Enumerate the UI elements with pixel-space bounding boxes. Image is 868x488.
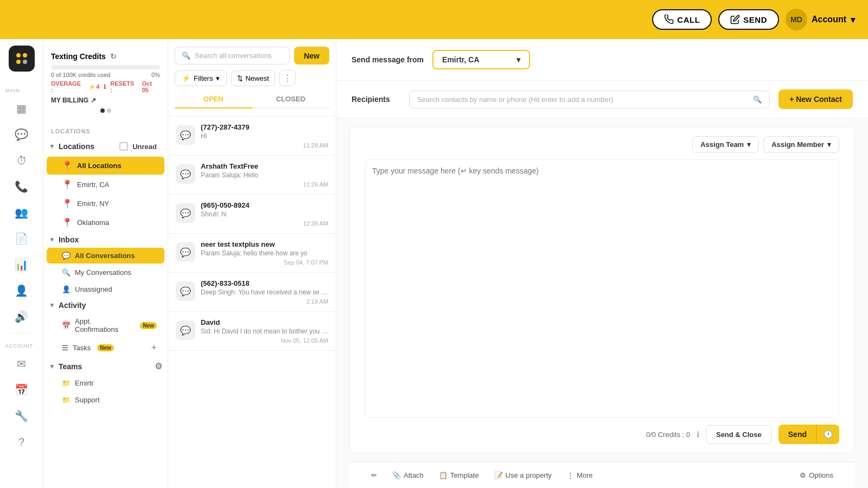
options-label: Options xyxy=(809,471,833,479)
icon-nav: MAIN ▦ 💬 ⏱ 📞 👥 📄 📊 👤 🔊 ACCOUNT ✉ 📅 🔧 ? xyxy=(0,39,43,488)
sidebar-item-emirtr-ca[interactable]: 📍 Emirtr, CA xyxy=(47,176,164,194)
sidebar-item-all-locations[interactable]: 📍 All Locations xyxy=(47,157,164,175)
inbox-collapse-icon[interactable]: ▼ xyxy=(49,236,55,243)
edit-toolbar-button[interactable]: ✏ xyxy=(365,468,384,483)
sidebar-item-all-conversations[interactable]: 💬 All Conversations xyxy=(47,248,164,264)
info-icon[interactable]: ℹ xyxy=(104,84,106,91)
search-box[interactable]: 🔍 Search all conversations xyxy=(175,47,290,65)
message-textarea[interactable] xyxy=(365,159,839,418)
all-locations-label: All Locations xyxy=(77,162,122,170)
sidebar-item-emirtr-ny[interactable]: 📍 Emirtr, NY xyxy=(47,195,164,213)
more-button[interactable]: ⋮ More xyxy=(560,468,599,483)
dot-2[interactable] xyxy=(107,108,111,113)
svg-point-1 xyxy=(23,53,27,57)
assign-team-button[interactable]: Assign Team ▾ xyxy=(692,136,759,153)
nav-mail[interactable]: ✉ xyxy=(10,352,34,376)
nav-phone[interactable]: 📞 xyxy=(10,175,34,198)
edit-icon xyxy=(730,15,740,24)
newest-button[interactable]: ⇅ Newest xyxy=(231,70,275,86)
billing-label: MY BILLING xyxy=(51,97,88,104)
send-button[interactable]: SEND xyxy=(718,9,779,30)
nav-team[interactable]: 👥 xyxy=(10,201,34,224)
teams-settings-icon[interactable]: ⚙ xyxy=(155,361,162,371)
nav-help[interactable]: ? xyxy=(10,430,34,454)
nav-tools[interactable]: 🔧 xyxy=(10,404,34,428)
unread-checkbox-row[interactable]: Unread xyxy=(114,140,162,153)
tab-closed[interactable]: CLOSED xyxy=(252,91,330,108)
add-task-button[interactable]: + xyxy=(151,342,157,354)
call-button[interactable]: CALL xyxy=(652,9,712,30)
nav-analytics[interactable]: 📊 xyxy=(10,253,34,277)
conv-item-2[interactable]: 💬 (965)-050-8924 Shruti: hi 12:38 AM xyxy=(168,195,336,234)
options-button[interactable]: ⚙ Options xyxy=(793,468,840,483)
locations-collapse-icon[interactable]: ▼ xyxy=(49,143,55,150)
conv-item-3[interactable]: 💬 neer test textplus new Param Saluja: h… xyxy=(168,234,336,273)
filter-row: ⚡ Filters ▾ ⇅ Newest ⋮ xyxy=(175,70,329,86)
activity-group-header[interactable]: ▼ Activity xyxy=(43,298,168,313)
new-conversation-button[interactable]: New xyxy=(294,47,329,65)
property-icon: 📝 xyxy=(494,471,503,479)
account-menu[interactable]: MD Account ▾ xyxy=(786,9,855,30)
template-button[interactable]: 📋 Template xyxy=(432,468,486,483)
locations-group-header[interactable]: ▼ Locations Unread xyxy=(43,137,168,156)
conv-item-0[interactable]: 💬 (727)-287-4379 Hi 11:28 AM xyxy=(168,117,336,156)
inbox-group-header[interactable]: ▼ Inbox xyxy=(43,232,168,247)
property-button[interactable]: 📝 Use a property xyxy=(488,468,558,483)
sidebar-item-oklahoma[interactable]: 📍 Oklahoma xyxy=(47,214,164,232)
refresh-icon[interactable]: ↻ xyxy=(110,52,117,61)
credits-info-icon[interactable]: ℹ xyxy=(697,430,699,439)
nav-speaker[interactable]: 🔊 xyxy=(10,305,34,329)
more-dots-icon: ⋮ xyxy=(567,471,574,479)
new-contact-button[interactable]: + New Contact xyxy=(778,89,853,109)
conv-icon-2: 💬 xyxy=(176,203,195,223)
filters-button[interactable]: ⚡ Filters ▾ xyxy=(175,70,227,86)
sidebar-item-my-conversations[interactable]: 🔍 My Conversations xyxy=(47,265,164,280)
recipients-search[interactable]: Search contacts by name or phone (Hit en… xyxy=(409,91,770,108)
send-main-button[interactable]: Send xyxy=(778,425,816,444)
sidebar-item-support-team[interactable]: 📁 Support xyxy=(47,392,164,408)
sidebar-item-tasks[interactable]: ☰ Tasks New + xyxy=(47,338,164,357)
conv-icon-5: 💬 xyxy=(176,320,195,340)
assign-member-button[interactable]: Assign Member ▾ xyxy=(763,136,839,153)
unread-checkbox[interactable] xyxy=(119,142,128,151)
conv-time-3: Sep 04, 7:07 PM xyxy=(201,259,328,266)
sidebar-item-emirtr-team[interactable]: 📁 Emirtr xyxy=(47,375,164,391)
conv-item-1[interactable]: 💬 Arshath TextFree Param Saluja: Hello 1… xyxy=(168,156,336,195)
dot-1[interactable] xyxy=(100,108,105,113)
conv-item-4[interactable]: 💬 (562)-833-0518 Deep Singh: You have re… xyxy=(168,273,336,312)
edit-pencil-icon: ✏ xyxy=(371,471,377,479)
tasks-icon: ☰ xyxy=(62,344,68,352)
conv-icon-3: 💬 xyxy=(176,242,195,262)
locations-label: LOCATIONS xyxy=(43,124,168,137)
nav-clock[interactable]: ⏱ xyxy=(10,149,34,172)
sidebar-item-unassigned[interactable]: 👤 Unassigned xyxy=(47,281,164,297)
teams-group-header[interactable]: ▼ Teams ⚙ xyxy=(43,358,168,375)
teams-collapse-icon[interactable]: ▼ xyxy=(49,363,55,370)
folder-icon-emirtr: 📁 xyxy=(62,379,71,387)
more-options-button[interactable]: ⋮ xyxy=(279,70,296,86)
overage-label: OVERAGE : xyxy=(51,80,84,93)
svg-point-3 xyxy=(23,60,27,64)
attach-button[interactable]: 📎 Attach xyxy=(386,468,430,483)
tab-open[interactable]: OPEN xyxy=(175,91,252,108)
sidebar-item-appt-confirmations[interactable]: 📅 Appt. Confirmations New xyxy=(47,313,164,337)
activity-collapse-icon[interactable]: ▼ xyxy=(49,301,55,309)
send-close-button[interactable]: Send & Close xyxy=(706,425,772,444)
nav-users[interactable]: 👤 xyxy=(10,279,34,303)
conv-content-2: (965)-050-8924 Shruti: hi 12:38 AM xyxy=(201,201,328,227)
recipients-placeholder: Search contacts by name or phone (Hit en… xyxy=(417,95,613,104)
credits-used-text: 0 of 100K credits used xyxy=(51,72,110,78)
send-from-dropdown[interactable]: Emirtr, CA ▾ xyxy=(432,50,530,69)
nav-document[interactable]: 📄 xyxy=(10,227,34,251)
recipients-label: Recipients xyxy=(352,95,400,104)
billing-link[interactable]: MY BILLING ↗ xyxy=(51,97,160,104)
more-label: More xyxy=(577,471,593,479)
send-options-button[interactable]: 🕐 xyxy=(817,425,839,444)
send-from-value: Emirtr, CA xyxy=(442,55,479,64)
sidebar: Texting Credits ↻ 0 of 100K credits used… xyxy=(43,39,168,488)
nav-calendar[interactable]: 📅 xyxy=(10,378,34,402)
nav-chat[interactable]: 💬 xyxy=(10,123,34,146)
emirtr-ca-label: Emirtr, CA xyxy=(77,181,109,189)
conv-item-5[interactable]: 💬 David Sid: Hi David I do not mean to b… xyxy=(168,312,336,351)
nav-dashboard[interactable]: ▦ xyxy=(10,97,34,120)
